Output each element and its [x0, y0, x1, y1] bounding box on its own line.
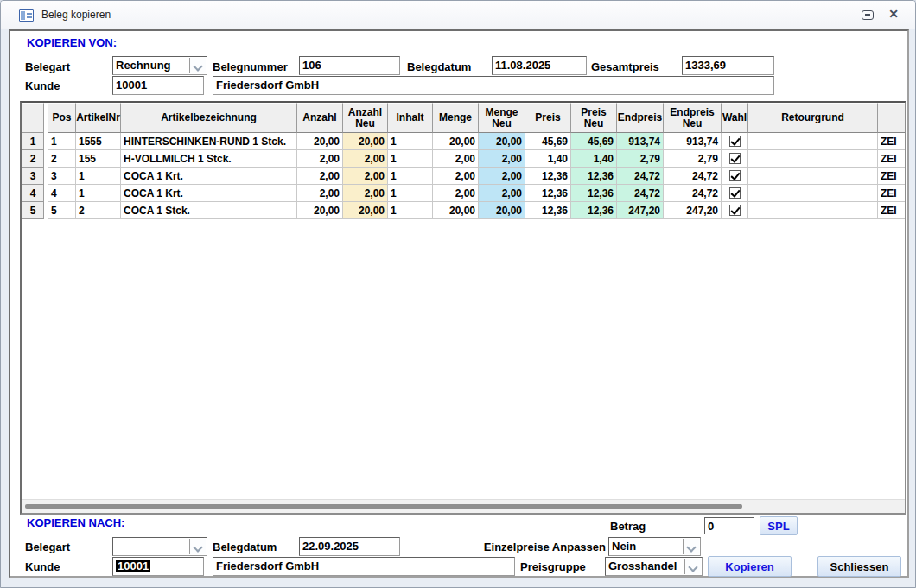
wahl-checkbox[interactable] — [729, 136, 741, 147]
cell-bezeichnung[interactable]: COCA 1 Krt. — [121, 185, 297, 202]
cell-endpreis[interactable]: 247,20 — [617, 202, 664, 219]
cell-anzahl_neu[interactable]: 2,00 — [343, 150, 388, 168]
kunde-nach-name-input[interactable]: Friedersdorf GmbH — [213, 557, 515, 576]
cell-endpreis_neu[interactable]: 247,20 — [664, 202, 722, 219]
col-header-inhalt[interactable]: Inhalt — [388, 103, 433, 133]
cell-extra[interactable]: ZEI — [878, 185, 906, 202]
wahl-checkbox[interactable] — [729, 153, 741, 164]
cell-preis[interactable]: 12,36 — [525, 168, 571, 185]
cell-retourgrund[interactable] — [748, 150, 878, 168]
col-header-pos[interactable]: Pos — [48, 103, 76, 133]
wahl-checkbox[interactable] — [729, 187, 741, 199]
kopieren-button[interactable]: Kopieren — [708, 556, 792, 577]
cell-preis[interactable]: 1,40 — [525, 150, 571, 168]
belegdatum-von-input[interactable]: 11.08.2025 — [492, 56, 587, 75]
cell-endpreis[interactable]: 913,74 — [617, 133, 664, 150]
col-header-retourgrund[interactable]: Retourgrund — [748, 103, 878, 133]
cell-anzahl_neu[interactable]: 20,00 — [343, 202, 388, 219]
close-icon[interactable]: ✕ — [888, 7, 899, 21]
chevron-down-icon[interactable] — [189, 539, 206, 554]
wahl-checkbox[interactable] — [729, 170, 741, 181]
cell-endpreis_neu[interactable]: 913,74 — [664, 133, 722, 150]
cell-preis_neu[interactable]: 1,40 — [571, 150, 617, 168]
col-header-artikelnr[interactable]: ArtikelNr — [76, 103, 121, 133]
cell-menge[interactable]: 20,00 — [433, 202, 479, 219]
col-header-menge[interactable]: Menge — [433, 103, 479, 133]
cell-endpreis[interactable]: 24,72 — [617, 185, 664, 202]
betrag-input[interactable]: 0 — [704, 517, 754, 534]
belegart-von-combo[interactable]: Rechnung — [112, 56, 207, 75]
col-header-extra[interactable] — [878, 103, 906, 133]
spl-button[interactable]: SPL — [760, 516, 798, 535]
cell-retourgrund[interactable] — [748, 185, 878, 202]
cell-inhalt[interactable]: 1 — [388, 133, 433, 150]
cell-bezeichnung[interactable]: HINTERSCHINKEN-RUND 1 Stck. — [121, 133, 297, 150]
cell-inhalt[interactable]: 1 — [388, 185, 433, 202]
cell-preis_neu[interactable]: 12,36 — [571, 185, 617, 202]
cell-bezeichnung[interactable]: COCA 1 Stck. — [121, 202, 297, 219]
col-header-wahl[interactable]: Wahl — [722, 103, 748, 133]
cell-pos[interactable]: 3 — [48, 168, 76, 185]
cell-menge[interactable]: 2,00 — [433, 168, 479, 185]
cell-anzahl[interactable]: 20,00 — [297, 202, 343, 219]
chevron-down-icon[interactable] — [683, 539, 699, 554]
cell-wahl[interactable] — [722, 185, 748, 202]
cell-artikelnr[interactable]: 1555 — [76, 133, 121, 150]
cell-endpreis_neu[interactable]: 24,72 — [664, 168, 722, 185]
cell-menge_neu[interactable]: 20,00 — [479, 202, 525, 219]
cell-anzahl[interactable]: 2,00 — [297, 185, 343, 202]
cell-extra[interactable]: ZEI — [878, 202, 906, 219]
cell-retourgrund[interactable] — [748, 133, 878, 150]
cell-preis[interactable]: 45,69 — [525, 133, 571, 150]
horizontal-scrollbar[interactable] — [22, 499, 905, 513]
col-header-bezeichnung[interactable]: Artikelbezeichnung — [121, 103, 297, 133]
cell-inhalt[interactable]: 1 — [388, 168, 433, 185]
cell-pos[interactable]: 2 — [48, 150, 76, 168]
cell-menge_neu[interactable]: 2,00 — [479, 185, 525, 202]
cell-extra[interactable]: ZEI — [878, 150, 906, 168]
cell-endpreis[interactable]: 2,79 — [617, 150, 664, 168]
cell-endpreis_neu[interactable]: 24,72 — [664, 185, 722, 202]
belegnummer-input[interactable]: 106 — [299, 56, 400, 75]
row-selector[interactable]: 5 — [22, 202, 44, 219]
cell-endpreis[interactable]: 24,72 — [617, 168, 664, 185]
row-selector[interactable]: 4 — [22, 185, 44, 202]
cell-retourgrund[interactable] — [748, 202, 878, 219]
record-selector-header[interactable] — [22, 103, 44, 133]
col-header-endpreis_neu[interactable]: Endpreis Neu — [664, 103, 722, 133]
kunde-von-input[interactable]: 10001 — [112, 76, 204, 95]
cell-anzahl[interactable]: 20,00 — [297, 133, 343, 150]
cell-menge_neu[interactable]: 2,00 — [479, 150, 525, 168]
col-header-menge_neu[interactable]: Menge Neu — [479, 103, 525, 133]
preisgruppe-combo[interactable]: Grosshandel — [605, 557, 703, 576]
chevron-down-icon[interactable] — [684, 559, 701, 574]
cell-wahl[interactable] — [722, 150, 748, 168]
cell-preis_neu[interactable]: 12,36 — [571, 202, 617, 219]
belegdatum-nach-input[interactable]: 22.09.2025 — [299, 537, 400, 556]
cell-artikelnr[interactable]: 1 — [76, 168, 121, 185]
cell-wahl[interactable] — [722, 202, 748, 219]
einzelpreise-combo[interactable]: Nein — [608, 537, 701, 556]
col-header-anzahl_neu[interactable]: Anzahl Neu — [343, 103, 388, 133]
cell-preis[interactable]: 12,36 — [525, 185, 571, 202]
cell-inhalt[interactable]: 1 — [388, 202, 433, 219]
col-header-preis_neu[interactable]: Preis Neu — [571, 103, 617, 133]
cell-pos[interactable]: 1 — [48, 133, 76, 150]
cell-wahl[interactable] — [722, 168, 748, 185]
col-header-anzahl[interactable]: Anzahl — [297, 103, 343, 133]
wahl-checkbox[interactable] — [729, 205, 741, 216]
belegart-nach-combo[interactable] — [112, 537, 207, 556]
cell-preis[interactable]: 12,36 — [525, 202, 571, 219]
cell-menge[interactable]: 2,00 — [433, 185, 479, 202]
cell-bezeichnung[interactable]: H-VOLLMILCH 1 Stck. — [121, 150, 297, 168]
cell-extra[interactable]: ZEI — [878, 168, 906, 185]
cell-artikelnr[interactable]: 1 — [76, 185, 121, 202]
cell-menge[interactable]: 20,00 — [433, 133, 479, 150]
cell-retourgrund[interactable] — [748, 168, 878, 185]
cell-anzahl[interactable]: 2,00 — [297, 150, 343, 168]
kunde-nach-input[interactable]: 10001 — [112, 557, 204, 576]
cell-menge_neu[interactable]: 2,00 — [479, 168, 525, 185]
row-selector[interactable]: 1 — [22, 133, 44, 150]
col-header-endpreis[interactable]: Endpreis — [617, 103, 664, 133]
cell-pos[interactable]: 5 — [48, 202, 76, 219]
